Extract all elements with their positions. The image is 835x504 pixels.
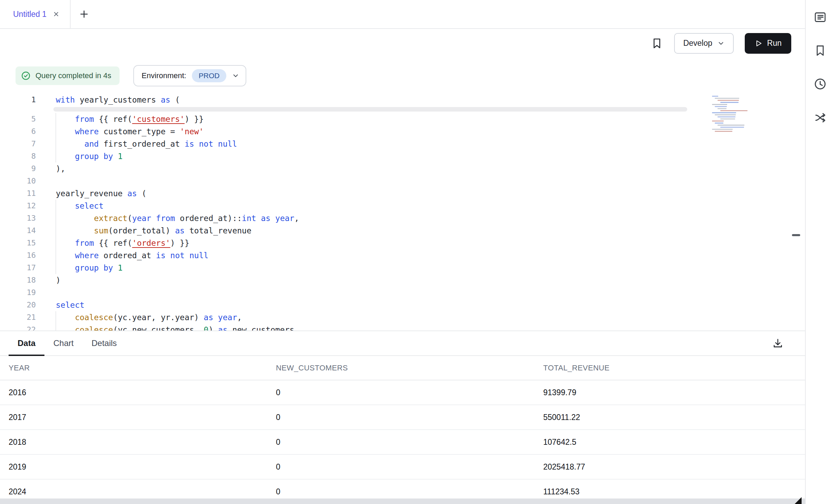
tab-chart[interactable]: Chart	[44, 331, 83, 355]
bookmark-button[interactable]	[651, 37, 663, 50]
develop-dropdown[interactable]: Develop	[674, 33, 733, 54]
column-header-total-revenue: TOTAL_REVENUE	[535, 364, 805, 372]
code-text: ),	[36, 162, 65, 175]
code-line[interactable]: 10	[0, 175, 805, 187]
history-rail-button[interactable]	[813, 77, 827, 91]
code-text: select	[36, 299, 84, 311]
lineage-rail-button[interactable]	[813, 111, 827, 125]
code-line[interactable]: 20select	[0, 299, 805, 311]
table-cell: 111234.53	[535, 487, 805, 496]
editor-outline-icon	[813, 10, 827, 24]
editor-outline-button[interactable]	[813, 10, 827, 24]
code-line[interactable]: 15 from {{ ref('orders') }}	[0, 237, 805, 249]
download-button[interactable]	[772, 337, 784, 349]
app-window: Untitled 1 Develop Run	[0, 0, 835, 504]
code-line[interactable]: 18)	[0, 274, 805, 286]
code-lines: 5 from {{ ref('customers') }}6 where cus…	[0, 113, 805, 330]
code-line[interactable]: 21 coalesce(yc.year, yr.year) as year,	[0, 311, 805, 324]
bookmark-icon	[651, 37, 663, 50]
code-text	[36, 175, 56, 187]
table-cell: 2018	[0, 438, 267, 447]
new-tab-button[interactable]	[71, 0, 97, 28]
code-line[interactable]: 9),	[0, 162, 805, 175]
line-number: 1	[0, 94, 36, 106]
table-cell: 0	[267, 388, 535, 397]
code-line[interactable]: 13 extract(year from ordered_at)::int as…	[0, 212, 805, 224]
chevron-down-icon	[232, 72, 239, 80]
code-text: from {{ ref('orders') }}	[36, 237, 189, 249]
code-line[interactable]: 1with yearly_customers as (	[0, 94, 805, 106]
bookmarks-rail-button[interactable]	[814, 44, 827, 57]
editor-tab-bar: Untitled 1	[0, 0, 805, 29]
table-row: 201902025418.77	[0, 455, 805, 480]
code-text	[36, 286, 56, 299]
code-editor[interactable]: 1with yearly_customers as ( 5 from {{ re…	[0, 94, 805, 330]
check-circle-icon	[21, 71, 31, 81]
tab-details[interactable]: Details	[83, 331, 126, 355]
code-text: with yearly_customers as (	[36, 94, 180, 106]
run-label: Run	[767, 39, 782, 48]
code-line[interactable]: 6 where customer_type = 'new'	[0, 125, 805, 138]
code-text: from {{ ref('customers') }}	[36, 113, 204, 125]
play-icon	[754, 39, 763, 48]
main-area: Untitled 1 Develop Run	[0, 0, 805, 504]
table-cell: 2016	[0, 388, 267, 397]
chevron-down-icon	[717, 40, 725, 47]
toolbar: Develop Run	[0, 29, 805, 57]
table-cell: 550011.22	[535, 413, 805, 422]
code-text: sum(order_total) as total_revenue	[36, 224, 251, 237]
line-number: 15	[0, 237, 36, 249]
table-cell: 2025418.77	[535, 462, 805, 472]
line-number: 8	[0, 150, 36, 162]
table-cell: 0	[267, 462, 535, 472]
table-cell: 2017	[0, 413, 267, 422]
run-button[interactable]: Run	[745, 33, 791, 54]
tab-data[interactable]: Data	[9, 331, 44, 355]
table-row: 20170550011.22	[0, 405, 805, 430]
table-row: 20180107642.5	[0, 430, 805, 455]
code-text: )	[36, 274, 61, 286]
line-number: 17	[0, 262, 36, 274]
code-line[interactable]: 19	[0, 286, 805, 299]
code-line[interactable]: 22 coalesce(yc.new_customers, 0) as new_…	[0, 324, 805, 330]
minimap[interactable]	[711, 96, 753, 132]
tab-untitled-1[interactable]: Untitled 1	[0, 0, 71, 28]
line-number: 13	[0, 212, 36, 224]
line-number: 16	[0, 249, 36, 262]
environment-badge: PROD	[192, 69, 227, 82]
line-number: 12	[0, 200, 36, 212]
table-cell: 0	[267, 438, 535, 447]
code-text: where customer_type = 'new'	[36, 125, 204, 138]
shuffle-arrows-icon	[813, 111, 827, 125]
tab-label: Untitled 1	[13, 10, 47, 19]
line-number: 14	[0, 224, 36, 237]
line-number: 6	[0, 125, 36, 138]
code-line[interactable]: 8 group by 1	[0, 150, 805, 162]
resize-handle[interactable]	[795, 497, 802, 504]
horizontal-scrollbar[interactable]	[0, 106, 805, 113]
bottom-scrollbar[interactable]	[0, 498, 805, 504]
close-tab-icon[interactable]	[53, 11, 60, 18]
sticky-line[interactable]: 1with yearly_customers as (	[0, 94, 805, 106]
code-text: group by 1	[36, 150, 123, 162]
table-row: 2016091399.79	[0, 380, 805, 405]
plus-icon	[79, 9, 89, 19]
code-line[interactable]: 7 and first_ordered_at is not null	[0, 138, 805, 150]
line-number: 22	[0, 324, 36, 330]
code-text: and first_ordered_at is not null	[36, 138, 237, 150]
code-line[interactable]: 14 sum(order_total) as total_revenue	[0, 224, 805, 237]
code-line[interactable]: 17 group by 1	[0, 262, 805, 274]
line-number: 20	[0, 299, 36, 311]
horizontal-scrollbar-thumb[interactable]	[53, 107, 687, 112]
code-line[interactable]: 12 select	[0, 200, 805, 212]
table-cell: 2024	[0, 487, 267, 496]
table-cell: 0	[267, 413, 535, 422]
history-clock-icon	[813, 77, 827, 91]
environment-selector[interactable]: Environment: PROD	[133, 65, 246, 86]
results-tab-bar: Data Chart Details	[0, 331, 805, 356]
table-cell: 91399.79	[535, 388, 805, 397]
code-line[interactable]: 11yearly_revenue as (	[0, 187, 805, 200]
code-line[interactable]: 16 where ordered_at is not null	[0, 249, 805, 262]
scroll-position-indicator[interactable]	[792, 234, 800, 236]
code-line[interactable]: 5 from {{ ref('customers') }}	[0, 113, 805, 125]
